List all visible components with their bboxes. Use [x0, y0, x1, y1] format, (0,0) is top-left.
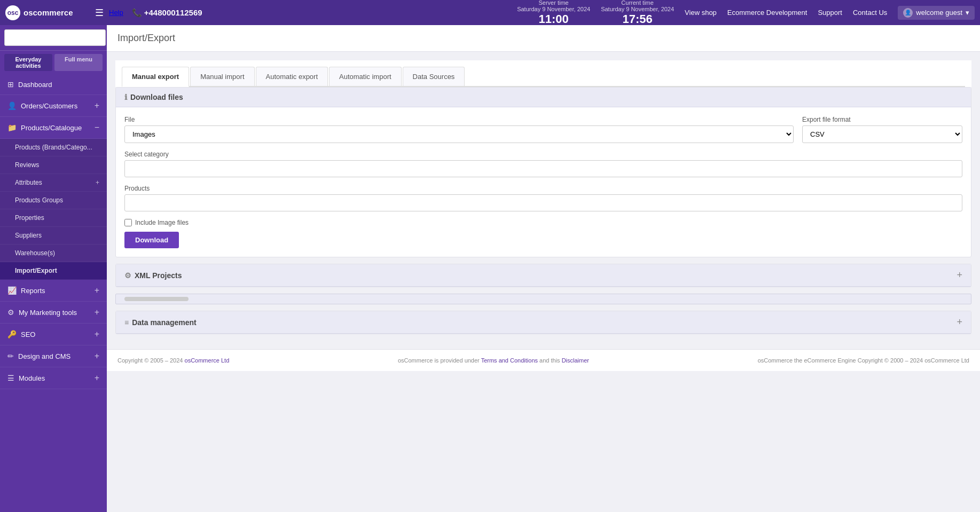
scrollbar-thumb — [124, 297, 189, 301]
current-time-label: Current time — [601, 0, 674, 6]
seo-icon: 🔑 — [7, 330, 17, 338]
footer-right: osCommerce the eCommerce Engine Copyrigh… — [758, 357, 969, 364]
sidebar-sub-item-reviews[interactable]: Reviews — [0, 156, 107, 174]
view-shop-link[interactable]: View shop — [685, 9, 717, 17]
everyday-activities-btn[interactable]: Everyday activities — [4, 54, 52, 71]
server-time-block: Server time Saturday 9 November, 2024 11… — [517, 0, 590, 26]
plus-icon: + — [95, 101, 99, 111]
select-category-group: Select category — [124, 151, 962, 177]
sidebar-sub-item-warehouse[interactable]: Warehouse(s) — [0, 245, 107, 262]
sidebar-item-design[interactable]: ✏ Design and CMS + — [0, 345, 107, 367]
search-input[interactable] — [4, 29, 106, 46]
modules-plus-icon: + — [95, 373, 99, 383]
file-format-row: File Images Products Categories Orders C… — [124, 116, 962, 143]
user-menu[interactable]: 👤 welcome guest ▾ — [898, 6, 975, 20]
sidebar-sub-item-attributes[interactable]: Attributes + — [0, 174, 107, 192]
products-submenu: Products (Brands/Catego... Reviews Attri… — [0, 139, 107, 280]
download-files-header: ℹ Download files — [116, 88, 971, 107]
sidebar-item-label: Reports — [21, 287, 45, 295]
products-icon: 📁 — [7, 123, 17, 132]
tab-automatic-export[interactable]: Automatic export — [256, 67, 328, 86]
help-link[interactable]: Help — [109, 9, 123, 17]
tab-automatic-import[interactable]: Automatic import — [329, 67, 402, 86]
sidebar-item-label: Modules — [19, 374, 45, 382]
data-management-header[interactable]: ≡ Data management + — [116, 311, 971, 334]
sidebar-item-products[interactable]: 📁 Products/Catalogue − — [0, 117, 107, 139]
chevron-down-icon: ▾ — [966, 9, 969, 17]
data-management-section: ≡ Data management + — [115, 311, 971, 334]
sidebar-item-label: Orders/Customers — [21, 102, 77, 110]
sidebar-sub-item-products-groups[interactable]: Products Groups — [0, 192, 107, 209]
products-input[interactable] — [124, 194, 962, 211]
sidebar-item-label: SEO — [21, 330, 35, 338]
full-menu-btn[interactable]: Full menu — [54, 54, 103, 71]
data-management-title: ≡ Data management — [124, 318, 197, 327]
page-title: Import/Export — [117, 33, 175, 44]
hamburger-menu[interactable]: ☰ — [95, 7, 104, 19]
phone-icon: 📞 — [132, 8, 142, 18]
search-bar: 🔍 — [0, 25, 107, 51]
gear-icon: ⚙ — [124, 271, 131, 280]
sidebar-item-label: Products/Catalogue — [21, 124, 82, 132]
phone-number[interactable]: 📞 +448000112569 — [132, 8, 202, 18]
support-link[interactable]: Support — [818, 9, 842, 17]
expand-xml-icon[interactable]: + — [957, 270, 962, 281]
reports-plus-icon: + — [95, 286, 99, 295]
current-date: Saturday 9 November, 2024 — [601, 6, 674, 12]
main-layout: 🔍 Everyday activities Full menu ⊞ Dashbo… — [0, 25, 980, 512]
attributes-label: Attributes — [15, 179, 42, 186]
sidebar-sub-item-products-brands[interactable]: Products (Brands/Catego... — [0, 139, 107, 156]
nav-mode-buttons: Everyday activities Full menu — [0, 51, 107, 74]
file-select[interactable]: Images Products Categories Orders Custom… — [124, 125, 794, 143]
select-category-label: Select category — [124, 151, 962, 158]
sidebar: 🔍 Everyday activities Full menu ⊞ Dashbo… — [0, 25, 107, 512]
contact-us-link[interactable]: Contact Us — [853, 9, 887, 17]
osc-link[interactable]: osCommerce Ltd — [185, 357, 230, 364]
sidebar-item-dashboard[interactable]: ⊞ Dashboard — [0, 74, 107, 95]
include-images-checkbox[interactable] — [124, 219, 132, 226]
server-time-value: 11:00 — [517, 12, 590, 26]
current-time-value: 17:56 — [601, 12, 674, 26]
sidebar-sub-item-properties[interactable]: Properties — [0, 209, 107, 227]
logo[interactable]: osc oscommerce — [5, 5, 91, 20]
sidebar-item-reports[interactable]: 📈 Reports + — [0, 280, 107, 302]
file-label: File — [124, 116, 794, 123]
export-format-select[interactable]: CSV XML JSON — [802, 125, 962, 143]
footer-left: Copyright © 2005 – 2024 osCommerce Ltd — [117, 357, 229, 364]
sidebar-sub-item-import-export[interactable]: Import/Export — [0, 262, 107, 280]
download-button[interactable]: Download — [124, 232, 179, 248]
tab-manual-import[interactable]: Manual import — [190, 67, 254, 86]
logo-icon: osc — [5, 5, 20, 20]
xml-projects-header[interactable]: ⚙ XML Projects + — [116, 264, 971, 287]
sidebar-item-marketing[interactable]: ⚙ My Marketing tools + — [0, 302, 107, 324]
time-display: Server time Saturday 9 November, 2024 11… — [517, 0, 674, 26]
tab-data-sources[interactable]: Data Sources — [403, 67, 465, 86]
scrollbar-area — [115, 294, 971, 304]
footer-middle: osCommerce is provided under Terms and C… — [398, 357, 589, 364]
sidebar-item-orders[interactable]: 👤 Orders/Customers + — [0, 95, 107, 117]
disclaimer-link[interactable]: Disclaimer — [562, 357, 589, 364]
server-date: Saturday 9 November, 2024 — [517, 6, 590, 12]
server-time-label: Server time — [517, 0, 590, 6]
ecommerce-dev-link[interactable]: Ecommerce Development — [727, 9, 807, 17]
download-files-section: ℹ Download files File Images Products Ca… — [115, 87, 971, 257]
content-area: Manual export Manual import Automatic ex… — [107, 52, 980, 349]
export-format-group: Export file format CSV XML JSON — [802, 116, 962, 143]
tabs-container: Manual export Manual import Automatic ex… — [115, 60, 971, 87]
xml-projects-title: ⚙ XML Projects — [124, 271, 182, 280]
sidebar-item-modules[interactable]: ☰ Modules + — [0, 367, 107, 389]
expand-data-icon[interactable]: + — [957, 317, 962, 328]
top-nav-right: Server time Saturday 9 November, 2024 11… — [517, 0, 975, 26]
include-images-row: Include Image files — [124, 219, 962, 226]
top-navigation: osc oscommerce ☰ Help 📞 +448000112569 Se… — [0, 0, 980, 25]
user-label: welcome guest — [916, 9, 962, 17]
sidebar-item-label: Design and CMS — [18, 352, 70, 360]
main-content: Import/Export Manual export Manual impor… — [107, 25, 980, 512]
terms-link[interactable]: Terms and Conditions — [481, 357, 538, 364]
sidebar-sub-item-suppliers[interactable]: Suppliers — [0, 227, 107, 245]
sidebar-item-seo[interactable]: 🔑 SEO + — [0, 324, 107, 345]
tab-manual-export[interactable]: Manual export — [122, 67, 189, 87]
modules-icon: ☰ — [7, 374, 14, 382]
select-category-input[interactable] — [124, 160, 962, 177]
orders-icon: 👤 — [7, 101, 17, 110]
